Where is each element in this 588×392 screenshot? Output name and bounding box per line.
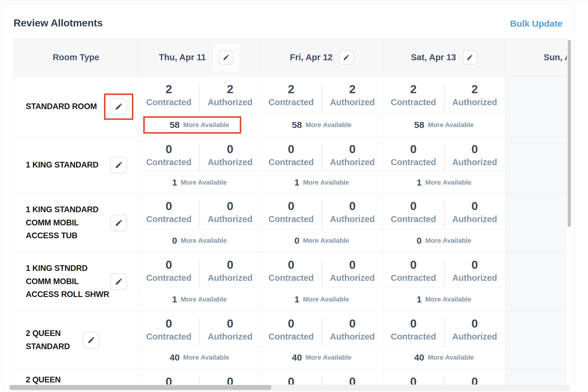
more-available-value: 58 xyxy=(292,120,302,130)
authorized-label: Authorized xyxy=(330,273,375,283)
more-available-value: 1 xyxy=(294,294,299,304)
authorized-value: 2 xyxy=(471,83,478,95)
contracted-label: Contracted xyxy=(146,157,192,167)
authorized-value: 2 xyxy=(227,83,233,95)
horizontal-scrollbar-thumb[interactable] xyxy=(9,385,272,390)
date-label: Sat, Apr 13 xyxy=(411,52,456,62)
contracted-label: Contracted xyxy=(146,97,192,107)
edit-room-type-button[interactable] xyxy=(110,98,127,115)
allotment-cell: 0Contracted 0Authorized 1 More Available xyxy=(383,137,505,193)
more-available-label: More Available xyxy=(181,237,227,245)
more-available-value: 58 xyxy=(170,120,180,130)
room-type-cell: 2 QUEEN xyxy=(14,369,138,386)
card-header: Review Allotments Bulk Update xyxy=(13,15,563,29)
allotment-cell: 0Contracted 0Authorized 1 More Available xyxy=(261,137,383,193)
contracted-label: Contracted xyxy=(146,273,192,283)
edit-room-type-button[interactable] xyxy=(83,332,99,349)
authorized-label: Authorized xyxy=(330,157,375,167)
edit-pencil-icon xyxy=(115,102,123,111)
contracted-value: 0 xyxy=(288,259,294,271)
more-available-label: More Available xyxy=(425,295,471,303)
table-grid: Room Type Thu, Apr 11 Fri, Apr 12 xyxy=(14,38,567,386)
allotment-cell: 0Contracted 0Authorized 0 More Available xyxy=(383,194,505,252)
edit-pencil-icon xyxy=(343,54,350,61)
allotment-cell-clipped xyxy=(505,194,567,252)
more-available-section: 1 More Available xyxy=(138,288,260,311)
allotment-cell: 0Contracted 0Authorized 1 More Available xyxy=(261,252,383,311)
edit-pencil-icon xyxy=(466,54,473,61)
more-available-label: More Available xyxy=(303,237,349,245)
more-available-value: 1 xyxy=(172,177,177,188)
contracted-value: 0 xyxy=(165,259,172,271)
edit-date-button[interactable] xyxy=(339,50,354,65)
authorized-value: 0 xyxy=(227,259,233,271)
room-type-header-label: Room Type xyxy=(53,52,99,62)
contracted-label: Contracted xyxy=(391,157,436,167)
review-allotments-card: Review Allotments Bulk Update Room Type … xyxy=(2,3,575,391)
date-label: Sun, A xyxy=(544,52,567,62)
edit-pencil-icon xyxy=(115,219,123,227)
authorized-label: Authorized xyxy=(208,273,252,283)
contracted-label: Contracted xyxy=(269,273,314,283)
allotment-cell: 0Contracted 0Authorized 0 More Available xyxy=(261,194,383,252)
allotment-cell: 0Contracted 0Authorized 1 More Available xyxy=(138,252,261,311)
allotment-cell: 2Contracted 2Authorized 58 More Availabl… xyxy=(261,77,383,136)
more-available-section: 58 More Available xyxy=(383,113,505,136)
allotment-cell: 0Contracted 0Authorized 40 More Availabl… xyxy=(383,311,505,369)
contracted-value: 0 xyxy=(165,318,172,329)
authorized-label: Authorized xyxy=(208,332,252,342)
more-available-section: 0 More Available xyxy=(261,229,383,252)
room-type-cell: 1 KING STANDARD xyxy=(14,137,138,193)
date-label: Thu, Apr 11 xyxy=(159,52,206,62)
edit-room-type-button[interactable] xyxy=(110,273,127,290)
more-available-section: 58 More Available xyxy=(138,113,260,136)
edit-room-type-button[interactable] xyxy=(110,215,127,231)
horizontal-scrollbar-track[interactable] xyxy=(9,385,570,391)
allotment-cell: 0Contracted 0Authorized 40 More Availabl… xyxy=(138,311,261,369)
edit-date-button[interactable] xyxy=(219,50,233,65)
more-available-value: 40 xyxy=(292,352,302,363)
edit-pencil-icon xyxy=(223,54,230,61)
bulk-update-link[interactable]: Bulk Update xyxy=(510,19,563,29)
more-available-label: More Available xyxy=(303,179,349,186)
contracted-label: Contracted xyxy=(391,97,436,107)
table-header-row: Room Type Thu, Apr 11 Fri, Apr 12 xyxy=(14,38,567,77)
authorized-value: 0 xyxy=(349,259,356,271)
contracted-value: 2 xyxy=(165,83,172,95)
allotment-cell-clipped xyxy=(505,369,567,386)
authorized-label: Authorized xyxy=(452,273,497,283)
contracted-value: 0 xyxy=(410,318,417,329)
contracted-value: 0 xyxy=(288,200,294,212)
more-available-label: More Available xyxy=(425,237,471,245)
more-available-value: 1 xyxy=(417,177,422,188)
contracted-label: Contracted xyxy=(146,214,192,224)
authorized-label: Authorized xyxy=(452,157,497,167)
vertical-scrollbar-thumb[interactable] xyxy=(568,40,571,227)
more-available-value: 1 xyxy=(294,177,299,188)
authorized-label: Authorized xyxy=(330,214,375,224)
edit-date-button[interactable] xyxy=(463,50,477,65)
room-type-cell: 1 KING STANDARD COMM MOBIL ACCESS TUB xyxy=(14,194,138,252)
authorized-value: 0 xyxy=(227,200,233,212)
more-available-section: 1 More Available xyxy=(261,288,383,311)
authorized-value: 0 xyxy=(471,318,478,329)
more-available-section: 0 More Available xyxy=(383,229,505,252)
contracted-value: 0 xyxy=(410,259,417,271)
allotment-cell: 2Contracted 2Authorized 58 More Availabl… xyxy=(138,77,261,136)
room-type-label: 1 KING STANDARD xyxy=(26,159,110,172)
authorized-label: Authorized xyxy=(452,97,497,107)
more-available-label: More Available xyxy=(305,354,352,361)
more-available-section: 1 More Available xyxy=(138,171,260,193)
more-available-section: 0 More Available xyxy=(138,229,260,252)
contracted-value: 0 xyxy=(165,143,172,155)
contracted-label: Contracted xyxy=(146,332,192,342)
contracted-value: 0 xyxy=(288,318,294,329)
authorized-value: 0 xyxy=(471,143,478,155)
edit-pencil-icon xyxy=(115,161,123,169)
more-available-value: 0 xyxy=(294,236,299,246)
room-type-header-cell: Room Type xyxy=(14,38,138,76)
room-type-cell: 1 KING STNDRD COMM MOBIL ACCESS ROLL SHW… xyxy=(14,252,138,311)
table-scroll-viewport: Room Type Thu, Apr 11 Fri, Apr 12 xyxy=(13,38,567,386)
allotment-cell-clipped xyxy=(505,252,567,311)
edit-room-type-button[interactable] xyxy=(110,157,127,174)
